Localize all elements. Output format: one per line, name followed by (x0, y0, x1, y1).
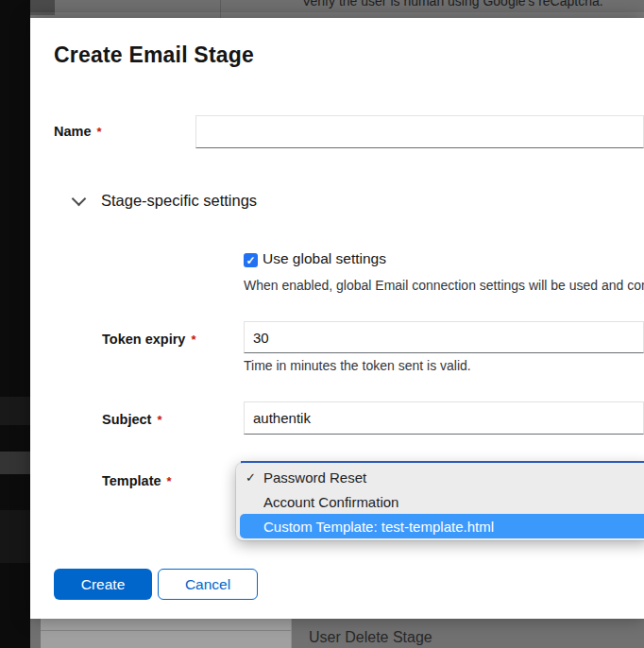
screen: Verify the user is human using Google's … (0, 0, 644, 648)
dropdown-option-account-confirmation[interactable]: Account Confirmation (236, 489, 644, 514)
background-table-cell (41, 619, 291, 648)
name-label: Name* (54, 124, 102, 139)
selected-check-icon: ✓ (246, 470, 261, 485)
background-page-top: Verify the user is human using Google's … (30, 0, 644, 18)
use-global-settings-helper: When enabled, global Email connection se… (244, 278, 644, 293)
dropdown-option-password-reset[interactable]: ✓ Password Reset (236, 465, 644, 489)
token-expiry-helper: Time in minutes the token sent is valid. (244, 358, 644, 373)
cancel-button[interactable]: Cancel (158, 569, 258, 600)
chevron-down-icon (72, 191, 87, 206)
required-asterisk: * (167, 474, 172, 488)
background-table-divider (220, 0, 221, 18)
required-asterisk: * (97, 125, 102, 139)
create-button[interactable]: Create (54, 569, 152, 600)
sidebar-item-shadow (0, 397, 30, 425)
sidebar-item-shadow (0, 510, 30, 563)
background-table-row-border (41, 630, 291, 631)
subject-input[interactable] (244, 401, 644, 435)
modal-title: Create Email Stage (54, 43, 254, 68)
token-expiry-label: Token expiry* (102, 332, 195, 347)
background-row-user-delete-stage: User Delete Stage (309, 629, 432, 646)
token-expiry-input[interactable] (244, 321, 644, 353)
template-dropdown-menu: ✓ Password Reset Account Confirmation Cu… (236, 463, 644, 540)
background-recaptcha-text: Verify the user is human using Google's … (302, 0, 603, 9)
create-email-stage-modal: Create Email Stage Name* Stage-specific … (30, 18, 644, 619)
use-global-settings-label[interactable]: Use global settings (263, 250, 386, 267)
group-label: Stage-specific settings (101, 192, 257, 210)
app-sidebar (0, 0, 30, 648)
template-label: Template* (102, 473, 172, 488)
required-asterisk: * (157, 413, 161, 427)
stage-specific-settings-toggle[interactable]: Stage-specific settings (68, 189, 257, 212)
background-page-bottom: User Delete Stage (30, 619, 644, 648)
check-icon: ✓ (246, 255, 255, 266)
background-table-divider (291, 619, 292, 648)
sidebar-item-shadow (0, 452, 30, 474)
name-input[interactable] (195, 115, 644, 148)
required-asterisk: * (191, 333, 195, 347)
dropdown-option-custom-template[interactable]: Custom Template: test-template.html (240, 514, 644, 538)
subject-label: Subject* (102, 412, 161, 427)
use-global-settings-checkbox[interactable]: ✓ (244, 253, 258, 267)
